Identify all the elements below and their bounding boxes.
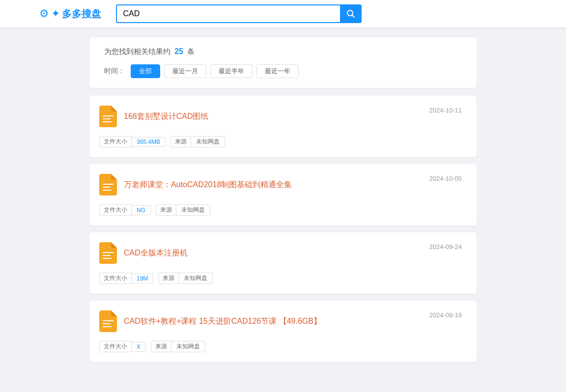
filter-halfyear[interactable]: 最近半年 [210, 64, 253, 78]
logo[interactable]: ⚙ ✦ 多多搜盘 [39, 7, 101, 21]
result-card-4: CAD软件+教程+课程 15天进阶CAD126节课 【49.6GB】 2024-… [89, 301, 477, 362]
result-left-3: CAD全版本注册机 [99, 242, 420, 264]
meta-size-value-1: 365.4MB [132, 137, 166, 147]
file-icon-4 [99, 310, 117, 332]
result-title-2[interactable]: 万老师课堂：AutoCAD2018制图基础到精通全集 [124, 180, 292, 190]
result-date-3: 2024-09-24 [429, 242, 462, 251]
result-date-2: 2024-10-05 [429, 174, 462, 182]
file-icon-3 [99, 242, 117, 264]
svg-rect-11 [103, 320, 113, 321]
svg-rect-13 [103, 326, 112, 327]
search-button[interactable] [340, 4, 362, 23]
result-card: 168套别墅设计CAD图纸 2024-10-11 文件大小 365.4MB 来源… [89, 96, 477, 157]
file-icon [99, 106, 117, 127]
filter-month[interactable]: 最近一月 [164, 64, 206, 78]
result-left: 168套别墅设计CAD图纸 [99, 106, 420, 127]
result-meta-4: 文件大小 X 来源 未知网盘 [99, 341, 462, 352]
svg-rect-4 [103, 121, 112, 122]
meta-source-value-3: 未知网盘 [179, 273, 213, 284]
meta-source-value-1: 未知网盘 [191, 136, 225, 147]
filter-all[interactable]: 全部 [131, 64, 160, 78]
search-input[interactable] [116, 4, 340, 23]
meta-source-value-4: 未知网盘 [171, 341, 205, 352]
svg-line-1 [352, 15, 355, 18]
meta-source-value-2: 未知网盘 [176, 204, 210, 216]
file-icon-2 [99, 174, 117, 196]
result-meta-3: 文件大小 19M 来源 未知网盘 [99, 273, 462, 284]
meta-source-label-1: 来源 [170, 136, 191, 147]
result-card-2: 万老师课堂：AutoCAD2018制图基础到精通全集 2024-10-05 文件… [89, 164, 477, 225]
meta-size-value-4: X [132, 342, 146, 352]
meta-size-group-3: 文件大小 19M [99, 273, 153, 284]
summary-card: 为您找到相关结果约 25 条 时间： 全部 最近一月 最近半年 最近一年 [89, 37, 477, 88]
result-left-4: CAD软件+教程+课程 15天进阶CAD126节课 【49.6GB】 [99, 310, 420, 332]
summary-prefix: 为您找到相关结果约 [104, 47, 170, 56]
meta-source-label-3: 来源 [158, 273, 179, 284]
summary-text: 为您找到相关结果约 25 条 [104, 47, 462, 56]
filter-row: 时间： 全部 最近一月 最近半年 最近一年 [104, 64, 462, 78]
result-title-1[interactable]: 168套别墅设计CAD图纸 [124, 112, 208, 122]
svg-rect-8 [103, 252, 113, 253]
meta-size-label-3: 文件大小 [99, 273, 132, 284]
result-top-2: 万老师课堂：AutoCAD2018制图基础到精通全集 2024-10-05 [99, 174, 462, 196]
result-date-4: 2024-09-19 [429, 310, 462, 319]
search-icon [346, 9, 356, 19]
svg-rect-6 [103, 187, 111, 188]
svg-rect-10 [103, 258, 112, 259]
meta-source-group-2: 来源 未知网盘 [156, 204, 210, 216]
meta-size-value-3: 19M [132, 274, 153, 283]
logo-icon: ⚙ ✦ [39, 7, 60, 20]
svg-rect-12 [103, 323, 111, 324]
svg-rect-3 [103, 118, 111, 119]
result-title-3[interactable]: CAD全版本注册机 [124, 248, 188, 258]
meta-source-label-4: 来源 [151, 341, 171, 352]
svg-rect-5 [103, 184, 113, 185]
result-top: 168套别墅设计CAD图纸 2024-10-11 [99, 106, 462, 127]
result-date-1: 2024-10-11 [429, 106, 462, 114]
meta-size-group-2: 文件大小 NG [99, 204, 151, 216]
svg-rect-2 [103, 115, 113, 116]
result-title-4[interactable]: CAD软件+教程+课程 15天进阶CAD126节课 【49.6GB】 [124, 316, 321, 327]
result-top-3: CAD全版本注册机 2024-09-24 [99, 242, 462, 264]
result-card-3: CAD全版本注册机 2024-09-24 文件大小 19M 来源 未知网盘 [89, 232, 477, 294]
summary-count: 25 [174, 47, 183, 56]
svg-rect-7 [103, 190, 112, 191]
meta-size-value-2: NG [132, 205, 151, 215]
svg-rect-9 [103, 255, 111, 256]
header: ⚙ ✦ 多多搜盘 [0, 0, 566, 28]
result-top-4: CAD软件+教程+课程 15天进阶CAD126节课 【49.6GB】 2024-… [99, 310, 462, 332]
meta-size-group-1: 文件大小 365.4MB [99, 136, 166, 147]
meta-size-label-4: 文件大小 [99, 341, 132, 352]
logo-text: 多多搜盘 [62, 7, 101, 21]
result-meta-1: 文件大小 365.4MB 来源 未知网盘 [99, 136, 462, 147]
search-bar [116, 4, 362, 23]
meta-size-label-2: 文件大小 [99, 204, 132, 216]
summary-unit: 条 [187, 47, 195, 56]
filter-label: 时间： [104, 67, 125, 76]
meta-source-group-4: 来源 未知网盘 [151, 341, 205, 352]
filter-year[interactable]: 最近一年 [256, 64, 299, 78]
meta-source-group-3: 来源 未知网盘 [158, 273, 213, 284]
main-content: 为您找到相关结果约 25 条 时间： 全部 最近一月 最近半年 最近一年 [82, 37, 484, 362]
result-left-2: 万老师课堂：AutoCAD2018制图基础到精通全集 [99, 174, 420, 196]
meta-source-group-1: 来源 未知网盘 [170, 136, 225, 147]
result-meta-2: 文件大小 NG 来源 未知网盘 [99, 204, 462, 216]
meta-source-label-2: 来源 [156, 204, 176, 216]
meta-size-label-1: 文件大小 [99, 136, 132, 147]
meta-size-group-4: 文件大小 X [99, 341, 146, 352]
